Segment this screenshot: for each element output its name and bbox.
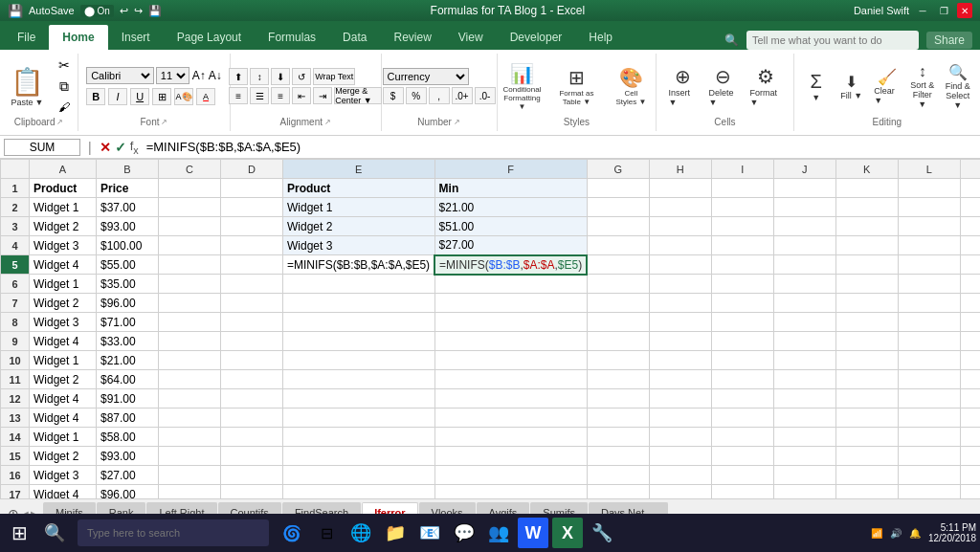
tab-data[interactable]: Data: [329, 25, 380, 50]
cancel-formula-icon[interactable]: ✕: [100, 140, 111, 155]
cell-B6[interactable]: $35.00: [97, 275, 159, 294]
clock[interactable]: 5:11 PM 12/20/2018: [928, 522, 976, 543]
cell-D9[interactable]: [221, 332, 283, 351]
cell-A1[interactable]: Product: [30, 179, 97, 198]
cell-E12[interactable]: [283, 389, 435, 408]
cell-C12[interactable]: [159, 389, 221, 408]
cell-G10[interactable]: [587, 351, 649, 370]
network-icon[interactable]: 📶: [871, 528, 882, 539]
cell-G9[interactable]: [587, 332, 649, 351]
save-icon[interactable]: 💾: [148, 5, 162, 17]
cell-A7[interactable]: Widget 2: [30, 294, 97, 313]
cell-K1[interactable]: [835, 179, 898, 198]
cell-D13[interactable]: [221, 408, 283, 428]
cell-L8[interactable]: [898, 313, 960, 332]
cell-B8[interactable]: $71.00: [97, 313, 159, 332]
cell-L2[interactable]: [898, 198, 960, 217]
cell-J6[interactable]: [773, 275, 835, 294]
cell-F13[interactable]: [434, 408, 587, 428]
cell-E4[interactable]: Widget 3: [283, 236, 435, 255]
underline-button[interactable]: U: [130, 88, 149, 105]
cell-B11[interactable]: $64.00: [97, 370, 159, 389]
cell-H11[interactable]: [649, 370, 711, 389]
cell-K15[interactable]: [835, 447, 898, 466]
word-icon[interactable]: W: [518, 518, 548, 548]
cell-B15[interactable]: $93.00: [97, 447, 159, 466]
cell-E13[interactable]: [283, 408, 435, 428]
cell-G2[interactable]: [587, 198, 649, 217]
row-header[interactable]: 13: [1, 408, 30, 428]
notification-icon[interactable]: 🔔: [909, 528, 921, 539]
skype-icon[interactable]: 💬: [449, 518, 479, 548]
cell-C15[interactable]: [159, 447, 221, 466]
cell-A12[interactable]: Widget 4: [30, 389, 97, 408]
cell-K10[interactable]: [835, 351, 898, 370]
cell-H2[interactable]: [649, 198, 711, 217]
cell-A14[interactable]: Widget 1: [30, 428, 97, 447]
cell-I10[interactable]: [711, 351, 773, 370]
cell-D16[interactable]: [221, 466, 283, 485]
cell-A13[interactable]: Widget 4: [30, 408, 97, 428]
cell-E16[interactable]: [283, 466, 435, 485]
cell-D4[interactable]: [221, 236, 283, 255]
cell-I3[interactable]: [711, 217, 773, 236]
cell-B16[interactable]: $27.00: [97, 466, 159, 485]
cell-J1[interactable]: [773, 179, 835, 198]
cell-H8[interactable]: [649, 313, 711, 332]
cell-B9[interactable]: $33.00: [97, 332, 159, 351]
cell-I7[interactable]: [711, 294, 773, 313]
redo-icon[interactable]: ↪: [134, 5, 143, 17]
taskbar-search-input[interactable]: [78, 519, 269, 546]
indent-increase-button[interactable]: ⇥: [313, 87, 332, 104]
volume-icon[interactable]: 🔊: [890, 528, 902, 539]
cell-H7[interactable]: [649, 294, 711, 313]
cell-I12[interactable]: [711, 389, 773, 408]
row-header[interactable]: 11: [1, 370, 30, 389]
cell-J10[interactable]: [773, 351, 835, 370]
cell-L10[interactable]: [898, 351, 960, 370]
minimize-button[interactable]: ─: [915, 3, 930, 18]
row-header[interactable]: 14: [1, 428, 30, 447]
cell-I14[interactable]: [711, 428, 773, 447]
cell-F4[interactable]: $27.00: [434, 236, 587, 255]
cell-D8[interactable]: [221, 313, 283, 332]
cell-M3[interactable]: [960, 217, 980, 236]
cell-H9[interactable]: [649, 332, 711, 351]
cell-M16[interactable]: [960, 466, 980, 485]
cell-K6[interactable]: [835, 275, 898, 294]
cell-G5[interactable]: [587, 255, 649, 275]
cell-A6[interactable]: Widget 1: [30, 275, 97, 294]
cell-F17[interactable]: [434, 485, 587, 499]
cell-E6[interactable]: [283, 275, 435, 294]
fill-button[interactable]: ⬇ Fill ▼: [835, 71, 868, 102]
cell-M13[interactable]: [960, 408, 980, 428]
cell-M5[interactable]: [960, 255, 980, 275]
cell-D11[interactable]: [221, 370, 283, 389]
col-header-i[interactable]: I: [711, 160, 773, 179]
col-header-d[interactable]: D: [221, 160, 283, 179]
col-header-k[interactable]: K: [835, 160, 898, 179]
row-header[interactable]: 7: [1, 294, 30, 313]
cell-B10[interactable]: $21.00: [97, 351, 159, 370]
tab-insert[interactable]: Insert: [108, 25, 164, 50]
cell-L11[interactable]: [898, 370, 960, 389]
cell-G1[interactable]: [587, 179, 649, 198]
row-header[interactable]: 6: [1, 275, 30, 294]
align-top-button[interactable]: ⬆: [229, 68, 248, 85]
cell-I15[interactable]: [711, 447, 773, 466]
cell-K16[interactable]: [835, 466, 898, 485]
comma-button[interactable]: ,: [429, 87, 450, 104]
align-left-button[interactable]: ≡: [229, 87, 248, 104]
cell-H1[interactable]: [649, 179, 711, 198]
cell-K17[interactable]: [835, 485, 898, 499]
cut-button[interactable]: ✂: [54, 55, 75, 75]
cell-A17[interactable]: Widget 4: [30, 485, 97, 499]
cell-M17[interactable]: [960, 485, 980, 499]
cell-E14[interactable]: [283, 428, 435, 447]
cell-G13[interactable]: [587, 408, 649, 428]
cell-L7[interactable]: [898, 294, 960, 313]
accounting-button[interactable]: $: [383, 87, 404, 104]
format-painter-button[interactable]: 🖌: [54, 98, 75, 117]
formula-input[interactable]: [143, 140, 976, 154]
cell-A2[interactable]: Widget 1: [30, 198, 97, 217]
